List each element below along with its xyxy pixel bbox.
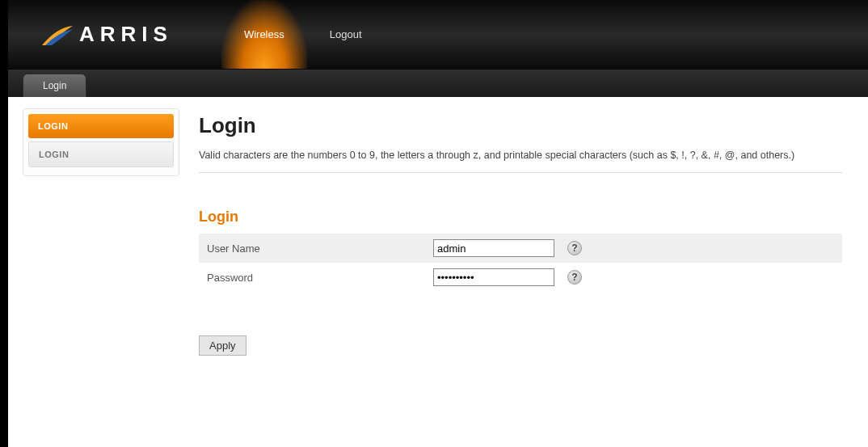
nav-item-logout[interactable]: Logout <box>307 0 385 69</box>
nav-item-label: Wireless <box>244 28 284 40</box>
sidebar-item-login[interactable]: LOGIN <box>28 141 174 167</box>
divider <box>199 172 842 173</box>
brand-name: ARRIS <box>79 22 173 47</box>
help-icon[interactable]: ? <box>567 241 582 255</box>
tab-label: Login <box>43 80 66 91</box>
form-row-password: Password ? <box>199 263 842 292</box>
main-content: Login Valid characters are the numbers 0… <box>199 108 858 356</box>
section-title: Login <box>199 209 842 226</box>
password-label: Password <box>207 272 433 284</box>
sidebar-item-label: LOGIN <box>38 121 68 131</box>
sidebar: LOGIN LOGIN <box>23 108 179 176</box>
nav-item-label: Logout <box>330 28 362 40</box>
apply-button[interactable]: Apply <box>199 335 246 356</box>
logo-swoosh-icon <box>40 24 74 48</box>
password-input[interactable] <box>433 268 554 286</box>
sidebar-item-login-active[interactable]: LOGIN <box>28 114 174 138</box>
sub-navbar: Login <box>8 70 868 97</box>
page-description: Valid characters are the numbers 0 to 9,… <box>199 150 842 161</box>
nav-item-wireless[interactable]: Wireless <box>221 0 307 69</box>
username-input[interactable] <box>433 239 554 257</box>
sidebar-item-label: LOGIN <box>39 150 69 159</box>
tab-login[interactable]: Login <box>23 74 86 97</box>
apply-button-label: Apply <box>209 339 236 352</box>
help-icon[interactable]: ? <box>567 270 582 285</box>
form-row-username: User Name ? <box>199 234 842 263</box>
page-title: Login <box>199 113 842 138</box>
top-navbar: ARRIS Wireless Logout <box>8 0 868 70</box>
main-nav: Wireless Logout <box>221 0 385 69</box>
brand-logo: ARRIS <box>40 22 173 47</box>
username-label: User Name <box>207 242 433 255</box>
